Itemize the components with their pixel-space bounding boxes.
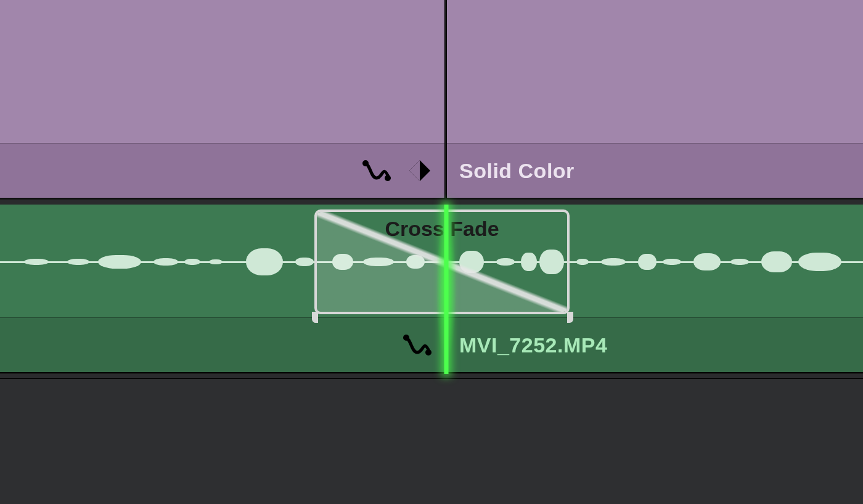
empty-track[interactable] — [0, 378, 863, 504]
video-clip-left[interactable] — [0, 0, 445, 198]
audio-clip-left-label-band — [0, 317, 444, 372]
video-clip-right-title: Solid Color — [459, 159, 575, 183]
transition-handle-left[interactable] — [312, 312, 318, 323]
video-clip-right-label-band: Solid Color — [447, 143, 863, 198]
transition-label: Cross Fade — [317, 217, 567, 241]
audio-clip-right-label-band: MVI_7252.MP4 — [447, 317, 863, 372]
svg-point-1 — [385, 175, 391, 181]
audio-clip-right-title: MVI_7252.MP4 — [459, 333, 607, 357]
svg-point-2 — [403, 335, 409, 341]
transition-handle-right[interactable] — [567, 312, 573, 323]
clip-icons — [403, 333, 432, 357]
ease-curve-icon — [362, 158, 391, 183]
clip-icons — [362, 158, 432, 183]
svg-point-3 — [425, 349, 432, 356]
audio-transition-crossfade[interactable]: Cross Fade — [314, 209, 570, 314]
playhead[interactable] — [444, 205, 449, 374]
video-clip-left-label-band — [0, 143, 444, 198]
video-clip-right[interactable]: Solid Color — [446, 0, 863, 198]
ease-curve-icon — [403, 333, 432, 357]
video-track[interactable]: Solid Color — [0, 0, 863, 200]
diamond-keyframe-icon — [407, 158, 432, 183]
svg-point-0 — [362, 160, 369, 166]
